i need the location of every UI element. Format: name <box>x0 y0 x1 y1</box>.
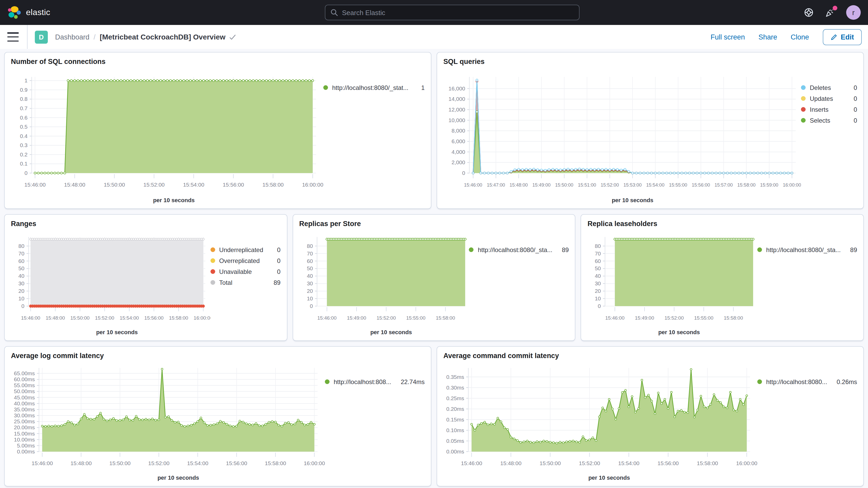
legend-item[interactable]: http://localhost:808...22.74ms <box>325 376 425 387</box>
legend-item[interactable]: Updates0 <box>801 93 857 104</box>
svg-text:15:58:00: 15:58:00 <box>436 315 455 321</box>
legend-item[interactable]: Overreplicated0 <box>210 255 280 266</box>
svg-text:30: 30 <box>595 280 601 286</box>
svg-text:15:59:00: 15:59:00 <box>760 182 778 188</box>
svg-text:0: 0 <box>462 170 465 176</box>
svg-text:15:55:00: 15:55:00 <box>406 315 425 321</box>
legend-item[interactable]: Selects0 <box>801 115 857 126</box>
panel-title[interactable]: Replica leaseholders <box>588 219 857 229</box>
svg-text:0.10ms: 0.10ms <box>446 427 464 433</box>
chart-replica-leaseholders[interactable]: 8070605040302010015:46:0015:49:0015:52:0… <box>588 229 757 338</box>
legend-item[interactable]: Underreplicated0 <box>210 244 280 255</box>
global-search[interactable] <box>325 5 580 20</box>
svg-text:15:56:00: 15:56:00 <box>657 460 679 466</box>
svg-text:60.00ms: 60.00ms <box>14 376 35 382</box>
share-button[interactable]: Share <box>758 33 777 41</box>
svg-text:per 10 seconds: per 10 seconds <box>153 197 195 204</box>
legend-series-dot <box>801 96 806 101</box>
svg-text:10.00ms: 10.00ms <box>14 436 35 443</box>
svg-text:5.00ms: 5.00ms <box>17 443 35 449</box>
clone-button[interactable]: Clone <box>790 33 809 41</box>
svg-text:0: 0 <box>21 303 24 309</box>
svg-text:15:52:00: 15:52:00 <box>376 315 396 321</box>
svg-text:16:00:00: 16:00:00 <box>194 315 211 321</box>
panel-title[interactable]: Number of SQL connections <box>11 57 425 66</box>
svg-text:15:46:00: 15:46:00 <box>606 315 625 321</box>
svg-text:15:58:00: 15:58:00 <box>737 182 755 188</box>
chart-average-command-commit-latency[interactable]: 0.35ms0.30ms0.25ms0.20ms0.15ms0.10ms0.05… <box>443 361 757 484</box>
svg-text:12,000: 12,000 <box>448 106 465 113</box>
svg-text:80: 80 <box>307 243 313 249</box>
pencil-icon <box>830 33 837 40</box>
chart-sql-queries[interactable]: 16,00014,00012,00010,0008,0006,0004,0002… <box>443 66 801 206</box>
legend-series-label: http://localhost:8080/_sta... <box>766 246 841 253</box>
legend-item[interactable]: http://localhost:8080/_sta...89 <box>469 244 569 255</box>
top-bar: elastic <box>0 0 868 25</box>
svg-text:15:46:00: 15:46:00 <box>21 315 40 321</box>
chart-ranges[interactable]: 8070605040302010015:46:0015:48:0015:50:0… <box>11 229 210 338</box>
svg-text:10: 10 <box>307 296 313 301</box>
panel-replicas-per-store: Replicas per Store 8070605040302010015:4… <box>292 214 576 341</box>
legend-series-value: 1 <box>418 84 425 91</box>
svg-text:15:52:00: 15:52:00 <box>579 460 600 466</box>
svg-text:70: 70 <box>307 250 313 256</box>
legend-item[interactable]: http://localhost:8080...0.26ms <box>757 376 857 387</box>
legend-item[interactable]: Deletes0 <box>801 82 857 93</box>
svg-text:15:46:00: 15:46:00 <box>317 315 336 321</box>
brand[interactable]: elastic <box>7 5 51 20</box>
help-button[interactable] <box>804 8 813 17</box>
chart-replicas-per-store[interactable]: 8070605040302010015:46:0015:49:0015:52:0… <box>299 229 469 338</box>
panel-average-command-commit-latency: Average command commit latency 0.35ms0.3… <box>437 346 864 486</box>
dashboard-grid: Number of SQL connections 10.90.80.70.60… <box>0 49 868 488</box>
svg-text:40: 40 <box>595 273 601 279</box>
page-title-text: [Metricbeat CockroachDB] Overview <box>100 33 225 41</box>
svg-text:0.30ms: 0.30ms <box>446 385 464 391</box>
legend-series-value: 0 <box>274 268 280 275</box>
svg-text:16,000: 16,000 <box>448 86 465 91</box>
user-avatar[interactable]: r <box>846 5 861 20</box>
svg-text:40: 40 <box>19 273 24 279</box>
news-button[interactable] <box>825 7 835 18</box>
chart-average-log-commit-latency[interactable]: 65.00ms60.00ms55.00ms50.00ms45.00ms40.00… <box>11 361 325 484</box>
svg-text:0: 0 <box>310 303 313 309</box>
panel-title[interactable]: SQL queries <box>443 57 857 66</box>
legend-series-value: 0 <box>850 95 857 102</box>
svg-text:0.3: 0.3 <box>20 142 28 148</box>
menu-button[interactable] <box>7 32 19 41</box>
svg-text:20: 20 <box>307 288 313 294</box>
legend-series-label: Updates <box>810 95 833 102</box>
legend-item[interactable]: Inserts0 <box>801 104 857 115</box>
legend-series-label: Unavailable <box>219 268 252 275</box>
svg-text:16:00:00: 16:00:00 <box>302 182 323 188</box>
legend-series-dot <box>801 107 806 112</box>
legend-item[interactable]: Total89 <box>210 277 280 288</box>
full-screen-button[interactable]: Full screen <box>711 33 745 41</box>
legend-item[interactable]: Unavailable0 <box>210 266 280 277</box>
panel-title[interactable]: Average command commit latency <box>443 351 857 361</box>
page-title[interactable]: [Metricbeat CockroachDB] Overview <box>100 33 236 41</box>
svg-text:30: 30 <box>307 280 313 286</box>
svg-text:15:57:00: 15:57:00 <box>714 182 733 188</box>
svg-text:0.25ms: 0.25ms <box>446 395 464 401</box>
panel-title[interactable]: Replicas per Store <box>299 219 569 229</box>
legend-item[interactable]: http://localhost:8080/_sta...89 <box>757 244 857 255</box>
search-input[interactable] <box>342 8 574 17</box>
svg-text:0.4: 0.4 <box>20 133 28 139</box>
svg-text:15:56:00: 15:56:00 <box>692 182 710 188</box>
panel-title[interactable]: Ranges <box>11 219 280 229</box>
svg-text:65.00ms: 65.00ms <box>14 370 35 376</box>
chart-number-of-sql-connections[interactable]: 10.90.80.70.60.50.40.30.20.1015:46:0015:… <box>11 66 323 206</box>
edit-button[interactable]: Edit <box>823 29 862 45</box>
legend-item[interactable]: http://localhost:8080/_stat...1 <box>323 82 425 93</box>
title-check-icon <box>229 34 236 40</box>
divider <box>27 25 28 49</box>
panel-title[interactable]: Average log commit latency <box>11 351 425 361</box>
legend-series-label: Overreplicated <box>219 257 259 264</box>
dashboard-badge-letter: D <box>39 33 44 41</box>
legend-series-label: Deletes <box>810 84 831 91</box>
svg-text:40: 40 <box>307 273 313 279</box>
breadcrumb-dashboard-link[interactable]: Dashboard <box>55 33 89 41</box>
svg-text:per 10 seconds: per 10 seconds <box>370 329 412 335</box>
chart-legend: http://localhost:8080/_sta...89 <box>757 229 857 338</box>
dashboard-badge[interactable]: D <box>35 30 48 43</box>
